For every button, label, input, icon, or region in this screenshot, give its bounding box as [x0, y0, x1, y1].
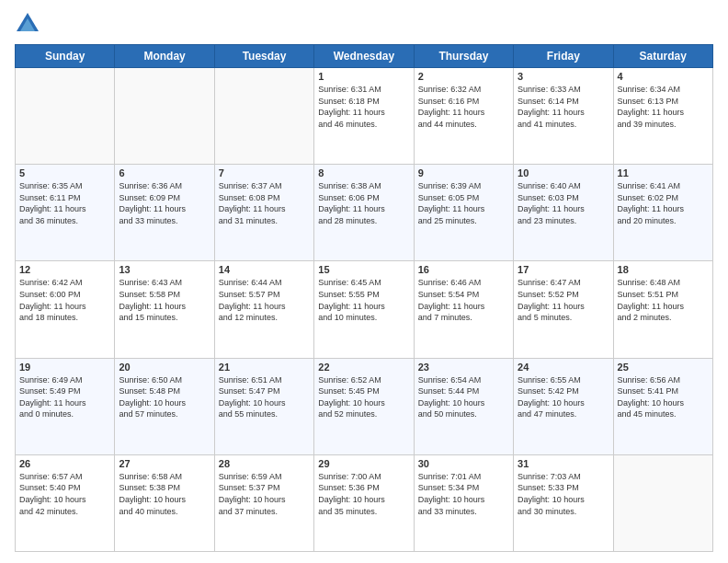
week-row-4: 19Sunrise: 6:49 AM Sunset: 5:49 PM Dayli… [16, 358, 713, 454]
week-row-3: 12Sunrise: 6:42 AM Sunset: 6:00 PM Dayli… [16, 261, 713, 358]
calendar-cell: 14Sunrise: 6:44 AM Sunset: 5:57 PM Dayli… [214, 261, 313, 358]
day-info: Sunrise: 6:46 AM Sunset: 5:54 PM Dayligh… [418, 277, 509, 323]
calendar-header-row: SundayMondayTuesdayWednesdayThursdayFrid… [16, 45, 713, 68]
calendar-cell: 5Sunrise: 6:35 AM Sunset: 6:11 PM Daylig… [16, 165, 115, 261]
day-number: 28 [219, 458, 310, 469]
day-header-sunday: Sunday [16, 45, 115, 68]
calendar-cell: 2Sunrise: 6:32 AM Sunset: 6:16 PM Daylig… [414, 68, 513, 165]
page: SundayMondayTuesdayWednesdayThursdayFrid… [0, 0, 728, 563]
calendar-cell: 24Sunrise: 6:55 AM Sunset: 5:42 PM Dayli… [514, 358, 613, 454]
day-info: Sunrise: 6:36 AM Sunset: 6:09 PM Dayligh… [119, 180, 210, 226]
day-info: Sunrise: 6:42 AM Sunset: 6:00 PM Dayligh… [19, 277, 110, 323]
day-info: Sunrise: 6:52 AM Sunset: 5:45 PM Dayligh… [318, 374, 409, 420]
calendar-cell: 13Sunrise: 6:43 AM Sunset: 5:58 PM Dayli… [115, 261, 214, 358]
day-info: Sunrise: 6:35 AM Sunset: 6:11 PM Dayligh… [19, 180, 110, 226]
day-number: 3 [518, 71, 609, 82]
calendar-cell: 17Sunrise: 6:47 AM Sunset: 5:52 PM Dayli… [514, 261, 613, 358]
day-info: Sunrise: 6:43 AM Sunset: 5:58 PM Dayligh… [119, 277, 210, 323]
day-info: Sunrise: 6:47 AM Sunset: 5:52 PM Dayligh… [518, 277, 609, 323]
calendar-cell: 18Sunrise: 6:48 AM Sunset: 5:51 PM Dayli… [613, 261, 712, 358]
day-info: Sunrise: 6:44 AM Sunset: 5:57 PM Dayligh… [219, 277, 310, 323]
day-number: 6 [119, 167, 210, 178]
day-number: 19 [19, 362, 110, 373]
calendar-cell: 26Sunrise: 6:57 AM Sunset: 5:40 PM Dayli… [16, 454, 115, 551]
calendar-cell: 12Sunrise: 6:42 AM Sunset: 6:00 PM Dayli… [16, 261, 115, 358]
calendar-cell: 1Sunrise: 6:31 AM Sunset: 6:18 PM Daylig… [314, 68, 414, 165]
day-info: Sunrise: 6:54 AM Sunset: 5:44 PM Dayligh… [418, 374, 509, 420]
day-number: 14 [219, 264, 310, 275]
day-header-friday: Friday [514, 45, 613, 68]
calendar-cell: 3Sunrise: 6:33 AM Sunset: 6:14 PM Daylig… [514, 68, 613, 165]
day-number: 16 [418, 264, 509, 275]
calendar-cell: 20Sunrise: 6:50 AM Sunset: 5:48 PM Dayli… [115, 358, 214, 454]
day-number: 23 [418, 362, 509, 373]
day-info: Sunrise: 6:56 AM Sunset: 5:41 PM Dayligh… [618, 374, 709, 420]
day-info: Sunrise: 6:32 AM Sunset: 6:16 PM Dayligh… [418, 84, 509, 130]
day-number: 24 [518, 362, 609, 373]
calendar-cell: 6Sunrise: 6:36 AM Sunset: 6:09 PM Daylig… [115, 165, 214, 261]
logo-icon [15, 11, 40, 37]
day-number: 21 [219, 362, 310, 373]
calendar-cell: 10Sunrise: 6:40 AM Sunset: 6:03 PM Dayli… [514, 165, 613, 261]
calendar-cell: 15Sunrise: 6:45 AM Sunset: 5:55 PM Dayli… [314, 261, 414, 358]
day-number: 8 [318, 167, 409, 178]
week-row-5: 26Sunrise: 6:57 AM Sunset: 5:40 PM Dayli… [16, 454, 713, 551]
calendar-cell [214, 68, 313, 165]
week-row-1: 1Sunrise: 6:31 AM Sunset: 6:18 PM Daylig… [16, 68, 713, 165]
calendar-cell: 4Sunrise: 6:34 AM Sunset: 6:13 PM Daylig… [613, 68, 712, 165]
day-info: Sunrise: 6:40 AM Sunset: 6:03 PM Dayligh… [518, 180, 609, 226]
day-header-monday: Monday [115, 45, 214, 68]
day-number: 4 [618, 71, 709, 82]
day-info: Sunrise: 6:59 AM Sunset: 5:37 PM Dayligh… [219, 471, 310, 517]
day-info: Sunrise: 6:41 AM Sunset: 6:02 PM Dayligh… [618, 180, 709, 226]
calendar-cell: 29Sunrise: 7:00 AM Sunset: 5:36 PM Dayli… [314, 454, 414, 551]
day-info: Sunrise: 6:58 AM Sunset: 5:38 PM Dayligh… [119, 471, 210, 517]
day-info: Sunrise: 7:00 AM Sunset: 5:36 PM Dayligh… [318, 471, 409, 517]
day-info: Sunrise: 6:57 AM Sunset: 5:40 PM Dayligh… [19, 471, 110, 517]
day-number: 5 [19, 167, 110, 178]
calendar-cell: 16Sunrise: 6:46 AM Sunset: 5:54 PM Dayli… [414, 261, 513, 358]
calendar-cell: 25Sunrise: 6:56 AM Sunset: 5:41 PM Dayli… [613, 358, 712, 454]
calendar-cell: 11Sunrise: 6:41 AM Sunset: 6:02 PM Dayli… [613, 165, 712, 261]
day-header-thursday: Thursday [414, 45, 513, 68]
calendar-cell: 23Sunrise: 6:54 AM Sunset: 5:44 PM Dayli… [414, 358, 513, 454]
day-number: 31 [518, 458, 609, 469]
calendar-cell: 7Sunrise: 6:37 AM Sunset: 6:08 PM Daylig… [214, 165, 313, 261]
day-info: Sunrise: 6:48 AM Sunset: 5:51 PM Dayligh… [618, 277, 709, 323]
header [15, 11, 713, 37]
calendar-cell: 22Sunrise: 6:52 AM Sunset: 5:45 PM Dayli… [314, 358, 414, 454]
calendar-cell: 31Sunrise: 7:03 AM Sunset: 5:33 PM Dayli… [514, 454, 613, 551]
day-number: 27 [119, 458, 210, 469]
day-number: 22 [318, 362, 409, 373]
calendar-cell: 28Sunrise: 6:59 AM Sunset: 5:37 PM Dayli… [214, 454, 313, 551]
day-number: 15 [318, 264, 409, 275]
day-header-wednesday: Wednesday [314, 45, 414, 68]
day-number: 1 [318, 71, 409, 82]
calendar-cell: 21Sunrise: 6:51 AM Sunset: 5:47 PM Dayli… [214, 358, 313, 454]
day-number: 20 [119, 362, 210, 373]
day-header-saturday: Saturday [613, 45, 712, 68]
day-number: 2 [418, 71, 509, 82]
day-number: 13 [119, 264, 210, 275]
day-info: Sunrise: 6:37 AM Sunset: 6:08 PM Dayligh… [219, 180, 310, 226]
day-number: 11 [618, 167, 709, 178]
day-number: 9 [418, 167, 509, 178]
day-number: 30 [418, 458, 509, 469]
day-info: Sunrise: 6:45 AM Sunset: 5:55 PM Dayligh… [318, 277, 409, 323]
day-info: Sunrise: 6:51 AM Sunset: 5:47 PM Dayligh… [219, 374, 310, 420]
calendar-cell [16, 68, 115, 165]
day-info: Sunrise: 6:38 AM Sunset: 6:06 PM Dayligh… [318, 180, 409, 226]
calendar-cell: 30Sunrise: 7:01 AM Sunset: 5:34 PM Dayli… [414, 454, 513, 551]
day-number: 10 [518, 167, 609, 178]
day-number: 18 [618, 264, 709, 275]
day-info: Sunrise: 6:33 AM Sunset: 6:14 PM Dayligh… [518, 84, 609, 130]
day-info: Sunrise: 7:03 AM Sunset: 5:33 PM Dayligh… [518, 471, 609, 517]
day-info: Sunrise: 6:31 AM Sunset: 6:18 PM Dayligh… [318, 84, 409, 130]
calendar-cell: 27Sunrise: 6:58 AM Sunset: 5:38 PM Dayli… [115, 454, 214, 551]
calendar-cell: 19Sunrise: 6:49 AM Sunset: 5:49 PM Dayli… [16, 358, 115, 454]
calendar-cell: 9Sunrise: 6:39 AM Sunset: 6:05 PM Daylig… [414, 165, 513, 261]
day-number: 12 [19, 264, 110, 275]
week-row-2: 5Sunrise: 6:35 AM Sunset: 6:11 PM Daylig… [16, 165, 713, 261]
day-number: 25 [618, 362, 709, 373]
day-info: Sunrise: 6:49 AM Sunset: 5:49 PM Dayligh… [19, 374, 110, 420]
